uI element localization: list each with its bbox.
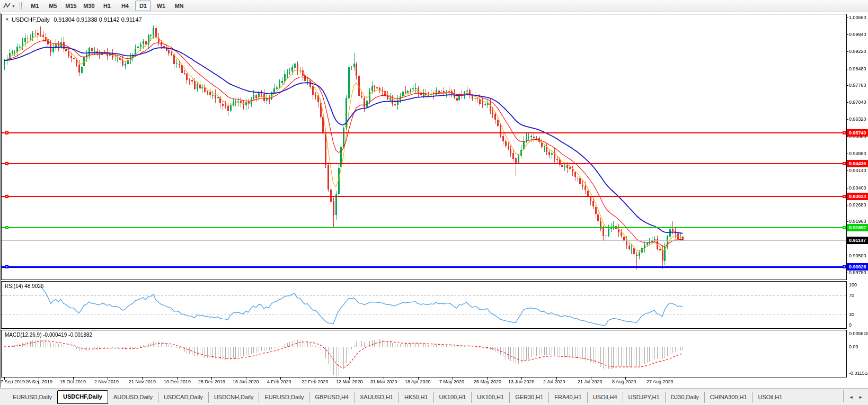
macd-axis-label: -0.011514 — [849, 371, 868, 376]
rsi-axis-label: 100 — [849, 282, 857, 287]
price-axis-tick — [846, 154, 848, 154]
level-line-handle[interactable] — [5, 131, 8, 134]
timeframe-button-m1[interactable]: M1 — [27, 1, 43, 11]
level-price-badge: 0.94436 — [847, 160, 868, 167]
date-axis-label: 7 Sep 2019 — [1, 379, 25, 384]
level-line-handle[interactable] — [843, 226, 846, 229]
line-studies-icon[interactable] — [3, 2, 11, 10]
chart-tabs: EURUSD,DailyUSDCHF,DailyAUDUSD,DailyUSDC… — [7, 390, 787, 404]
level-line-handle[interactable] — [5, 162, 8, 165]
date-axis-label: 22 Feb 2020 — [302, 379, 329, 384]
timeframe-button-w1[interactable]: W1 — [153, 1, 169, 11]
macd-label: MACD(12,26,9) -0.000419 -0.001882 — [5, 332, 92, 338]
tab-scroll-left-icon[interactable]: ◄ — [849, 395, 853, 400]
chart-tab-hk50-h1[interactable]: HK50,H1 — [398, 392, 433, 403]
chart-tab-usdcnh-daily[interactable]: USDCNH,Daily — [208, 392, 259, 403]
timeframe-button-mn[interactable]: MN — [171, 1, 187, 11]
date-axis-label: 2 Jul 2020 — [543, 379, 565, 384]
level-line-handle[interactable] — [843, 195, 846, 198]
chart-tab-ger30-h1[interactable]: GER30,H1 — [509, 392, 548, 403]
price-axis-tick — [846, 273, 848, 273]
price-axis-tick-label: 1.00660 — [849, 15, 866, 20]
date-axis-label: 2 Nov 2019 — [94, 379, 119, 384]
price-axis-tick-label: 0.99940 — [849, 32, 866, 37]
price-axis-tick — [846, 51, 848, 52]
chart-tab-uk100-h1[interactable]: UK100,H1 — [471, 392, 509, 403]
level-price-badge: 0.90026 — [847, 263, 868, 271]
date-axis-label: 4 Feb 2020 — [267, 379, 291, 384]
timeframe-button-h4[interactable]: H4 — [117, 1, 133, 11]
chart-ohlc-values: 0.91304 0.91338 0.91142 0.91147 — [54, 16, 142, 23]
chart-tab-eurusd-daily[interactable]: EURUSD,Daily — [7, 392, 57, 403]
rsi-axis-label: 70 — [849, 293, 854, 298]
chart-title: ▼USDCHF,Daily 0.91304 0.91338 0.91142 0.… — [5, 16, 142, 23]
chart-tab-china300-h1[interactable]: CHINA300,H1 — [704, 392, 752, 403]
date-axis-label: 16 Jan 2020 — [233, 379, 259, 384]
rsi-axis-label: 30 — [849, 312, 854, 317]
level-line-handle[interactable] — [843, 162, 846, 165]
price-axis-tick — [846, 34, 848, 35]
macd-axis-label: 0.005818 — [849, 331, 868, 336]
chart-tab-usdchf-daily[interactable]: USDCHF,Daily — [57, 390, 108, 404]
date-axis-label: 7 May 2020 — [439, 379, 464, 384]
price-axis-tick-label: 0.90500 — [849, 253, 866, 258]
date-axis-label: 13 Jun 2020 — [508, 379, 535, 384]
price-axis-tick — [846, 188, 848, 188]
date-axis-label: 26 Sep 2019 — [25, 379, 52, 384]
tab-scroll-right-icon[interactable]: ► — [858, 395, 863, 400]
chart-tab-usdjpy-h1[interactable]: USDJPY,H1 — [623, 392, 665, 403]
level-line-handle[interactable] — [5, 195, 8, 198]
timeframe-button-h1[interactable]: H1 — [99, 1, 115, 11]
chart-tab-xauusd-h1[interactable]: XAUUSD,H1 — [354, 392, 398, 403]
price-axis-tick-label: 0.94860 — [849, 151, 866, 156]
chart-tab-uk100-h1[interactable]: UK100,H1 — [433, 392, 472, 403]
toolbar-drag-handle — [20, 2, 22, 10]
price-axis-tick-label: 0.94140 — [849, 168, 866, 173]
rsi-label: RSI(14) 48.9026 — [5, 283, 43, 289]
chart-tab-usoil-h1[interactable]: USOil,H1 — [752, 392, 788, 403]
level-price-badge: 0.91697 — [847, 224, 868, 231]
date-axis-label: 26 May 2020 — [474, 379, 501, 384]
price-axis-tick-label: 0.96320 — [849, 116, 866, 122]
chart-symbol-period: USDCHF,Daily — [12, 16, 50, 23]
macd-axis-label: 0.00 — [849, 344, 858, 349]
price-axis-tick-label: 0.91960 — [849, 219, 866, 224]
price-axis-tick-label: 0.93400 — [849, 185, 866, 191]
chart-tab-fra40-h1[interactable]: FRA40,H1 — [548, 392, 587, 403]
level-line-handle[interactable] — [843, 131, 846, 134]
date-axis-label: 31 Mar 2020 — [370, 379, 397, 384]
chart-dropdown-icon[interactable]: ▼ — [5, 17, 9, 21]
level-line-handle[interactable] — [843, 265, 846, 268]
date-axis-label: 15 Oct 2019 — [60, 379, 86, 384]
date-axis-label: 27 Aug 2020 — [646, 379, 674, 384]
date-axis-label: 10 Dec 2019 — [164, 379, 191, 384]
timeframe-button-m30[interactable]: M30 — [81, 1, 97, 11]
chart-tab-dj30-daily[interactable]: DJ30,Daily — [665, 392, 704, 403]
chart-tab-gbpusd-h4[interactable]: GBPUSD,H4 — [309, 392, 354, 403]
price-axis-tick — [846, 170, 848, 171]
level-line-handle[interactable] — [5, 226, 8, 229]
chart-canvas[interactable] — [0, 0, 868, 405]
timeframe-button-d1[interactable]: D1 — [135, 1, 151, 11]
price-axis-tick-label: 0.89780 — [849, 270, 866, 275]
current-price-badge: 0.91147 — [847, 237, 868, 244]
date-axis-label: 12 Mar 2020 — [336, 379, 363, 384]
date-axis-label: 21 Jul 2020 — [578, 379, 603, 384]
price-axis-tick — [846, 137, 848, 137]
chart-tab-usdcad-daily[interactable]: USDCAD,Daily — [158, 392, 208, 403]
chevron-down-icon[interactable]: ▼ — [12, 4, 15, 8]
level-line-handle[interactable] — [5, 265, 8, 268]
price-axis-tick-label: 0.97040 — [849, 100, 866, 105]
date-axis-label: 8 Aug 2020 — [612, 379, 636, 384]
timeframe-buttons: M1M5M15M30H1H4D1W1MN — [26, 1, 188, 11]
timeframe-button-m15[interactable]: M15 — [63, 1, 79, 11]
rsi-axis-label: 0 — [849, 322, 852, 328]
price-axis-tick — [846, 69, 848, 69]
price-axis-tick — [846, 17, 848, 18]
timeframe-button-m5[interactable]: M5 — [45, 1, 61, 11]
chart-tab-audusd-daily[interactable]: AUDUSD,Daily — [108, 392, 158, 403]
level-price-badge: 0.95740 — [847, 129, 868, 137]
chart-tab-eurusd-daily[interactable]: EURUSD,Daily — [259, 392, 309, 403]
chart-tab-usoil-h4[interactable]: USOil,H4 — [587, 392, 623, 403]
mt4-window: ▼ M1M5M15M30H1H4D1W1MN ▼USDCHF,Daily 0.9… — [0, 0, 868, 405]
